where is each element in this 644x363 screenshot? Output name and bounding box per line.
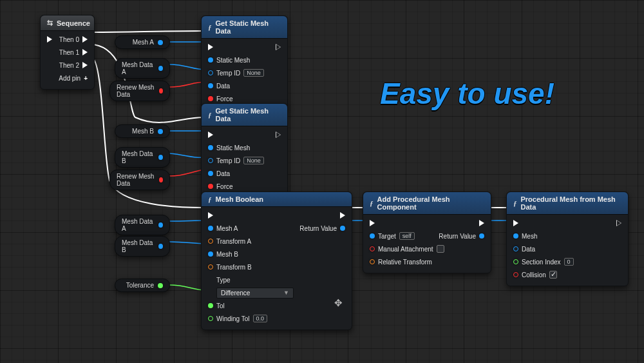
exec-out-pin[interactable] [276,44,281,50]
node-get-static-mesh-b[interactable]: ƒGet Static Mesh Data Static Mesh Temp I… [201,103,288,198]
output-pin[interactable] [158,129,163,134]
var-renew-b[interactable]: Renew Mesh Data [109,170,170,190]
var-mesh-data-a[interactable]: Mesh Data A [115,58,170,79]
input-pin[interactable] [370,259,375,264]
function-icon: ƒ [208,23,212,31]
move-icon: ✥ [334,297,343,309]
input-pin[interactable] [208,57,213,63]
node-title: Get Static Mesh Data [216,19,281,35]
exec-out-pin[interactable] [276,132,281,138]
input-pin[interactable] [208,264,213,270]
input-pin[interactable] [370,233,375,239]
input-pin[interactable] [513,259,518,264]
node-title: Procedural Mesh from Mesh Data [521,195,622,211]
var-renew-a[interactable]: Renew Mesh Data [109,81,170,101]
node-sequence[interactable]: ⇆Sequence Then 0 Then 1 Then 2 Add pin+ [40,15,95,90]
exec-in-pin[interactable] [208,212,213,219]
exec-in-pin[interactable] [208,44,213,50]
node-get-static-mesh-a[interactable]: ƒGet Static Mesh Data Static Mesh Temp I… [201,15,288,110]
branch-icon: ⇆ [47,19,53,27]
exec-in-pin[interactable] [47,36,52,43]
input-pin[interactable] [208,316,213,321]
exec-out-pin[interactable] [82,62,88,68]
node-mesh-boolean[interactable]: ƒMesh Boolean Mesh AReturn Value Transfo… [201,191,352,330]
node-procedural-mesh-from-data[interactable]: ƒProcedural Mesh from Mesh Data Mesh Dat… [506,191,629,286]
input-pin[interactable] [208,70,213,75]
exec-out-pin[interactable] [616,220,621,226]
exec-out-pin[interactable] [340,212,345,219]
node-title: Get Static Mesh Data [216,107,281,123]
checkbox[interactable] [437,245,444,253]
var-mesh-a[interactable]: Mesh A [115,35,170,49]
var-tolerance[interactable]: Tolerance [115,279,170,292]
node-title: Sequence [57,19,90,27]
exec-out-pin[interactable] [479,220,484,226]
function-icon: ƒ [208,195,212,203]
input-pin[interactable] [208,303,213,308]
exec-out-pin[interactable] [82,49,88,55]
output-pin[interactable] [159,88,163,93]
function-icon: ƒ [513,199,517,207]
output-pin[interactable] [159,177,163,182]
input-pin[interactable] [208,145,213,150]
input-pin[interactable] [208,226,213,231]
output-pin[interactable] [479,233,484,239]
input-pin[interactable] [370,246,375,251]
node-title: Add Procedural Mesh Component [377,195,485,211]
input-pin[interactable] [513,246,518,251]
exec-in-pin[interactable] [208,132,213,138]
input-field[interactable]: None [243,69,264,77]
function-icon: ƒ [370,199,374,207]
node-title: Mesh Boolean [216,195,264,203]
input-pin[interactable] [513,272,518,277]
input-pin[interactable] [208,96,213,101]
input-field[interactable]: None [243,157,264,164]
var-mesh-data-a-2[interactable]: Mesh Data A [115,215,170,235]
exec-in-pin[interactable] [513,220,518,226]
checkbox[interactable] [549,271,557,279]
output-pin[interactable] [158,66,163,71]
input-pin[interactable] [208,158,213,163]
node-add-procedural-mesh[interactable]: ƒAdd Procedural Mesh Component Targetsel… [363,191,491,273]
input-pin[interactable] [208,251,213,257]
plus-icon[interactable]: + [84,75,88,82]
output-pin[interactable] [340,226,345,231]
input-pin[interactable] [513,233,518,239]
var-mesh-b[interactable]: Mesh B [115,124,170,138]
function-icon: ƒ [208,111,212,119]
output-pin[interactable] [158,283,163,288]
output-pin[interactable] [158,244,163,249]
exec-in-pin[interactable] [370,220,375,226]
type-select[interactable]: Difference▼ [216,288,294,299]
promo-title: Easy to use! [380,76,554,111]
output-pin[interactable] [158,155,163,160]
input-pin[interactable] [208,83,213,88]
exec-out-pin[interactable] [82,36,88,43]
var-mesh-data-b[interactable]: Mesh Data B [115,147,170,168]
input-pin[interactable] [208,184,213,189]
chevron-down-icon: ▼ [283,289,289,296]
output-pin[interactable] [158,222,163,228]
var-mesh-data-b-2[interactable]: Mesh Data B [115,236,170,257]
input-pin[interactable] [208,171,213,176]
input-pin[interactable] [208,239,213,244]
input-field[interactable]: self [399,232,415,240]
input-field[interactable]: 0.0 [253,315,268,322]
output-pin[interactable] [158,40,163,45]
input-field[interactable]: 0 [564,258,574,266]
